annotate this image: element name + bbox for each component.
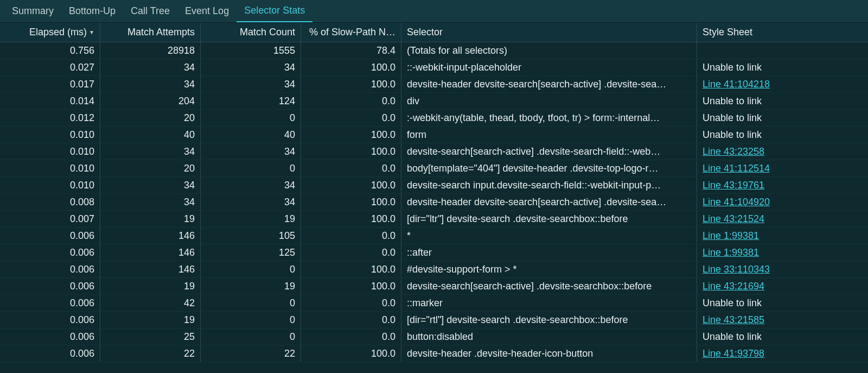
col-pct-label: % of Slow-Path N… (309, 27, 395, 38)
col-sheet[interactable]: Style Sheet (697, 23, 868, 42)
table-row[interactable]: 0.0142041240.0divUnable to link (0, 93, 868, 110)
cell-attempts: 34 (100, 143, 201, 160)
table-row[interactable]: 0.0103434100.0devsite-search[search-acti… (0, 143, 868, 160)
table-body: 0.75628918155578.4(Totals for all select… (0, 42, 868, 362)
cell-sheet (697, 42, 868, 59)
tab-selector-stats[interactable]: Selector Stats (237, 0, 312, 22)
stylesheet-link[interactable]: Line 43:21524 (703, 213, 764, 225)
cell-sheet: Line 43:23258 (697, 143, 868, 160)
tab-event-log[interactable]: Event Log (177, 0, 237, 22)
cell-elapsed: 0.006 (0, 244, 100, 261)
cell-sheet: Line 41:104218 (697, 76, 868, 92)
stylesheet-text: Unable to link (703, 298, 762, 309)
cell-selector: devsite-search input.devsite-search-fiel… (401, 177, 697, 193)
table-row[interactable]: 0.0061919100.0devsite-search[search-acti… (0, 278, 868, 295)
cell-attempts: 19 (100, 312, 201, 328)
cell-sheet: Line 43:19761 (697, 177, 868, 193)
col-count-label: Match Count (240, 27, 295, 38)
cell-selector: body[template="404"] devsite-header .dev… (401, 160, 697, 176)
tab-label: Bottom-Up (69, 5, 116, 17)
stylesheet-link[interactable]: Line 41:93798 (703, 348, 764, 359)
cell-sheet: Unable to link (697, 110, 868, 126)
cell-attempts: 34 (100, 177, 201, 193)
cell-attempts: 34 (100, 194, 201, 210)
table-row[interactable]: 0.0061900.0[dir="rtl"] devsite-search .d… (0, 312, 868, 328)
cell-attempts: 19 (100, 211, 201, 227)
cell-attempts: 22 (100, 345, 201, 362)
cell-sheet: Line 41:93798 (697, 345, 868, 362)
table-row[interactable]: 0.0122000.0:-webkit-any(table, thead, tb… (0, 110, 868, 127)
cell-attempts: 146 (100, 244, 201, 261)
table-row[interactable]: 0.0061461050.0*Line 1:99381 (0, 227, 868, 244)
cell-selector: #devsite-support-form > * (401, 261, 697, 277)
table-header-row: Elapsed (ms) ▼ Match Attempts Match Coun… (0, 23, 868, 42)
col-selector[interactable]: Selector (401, 23, 697, 42)
table-row[interactable]: 0.0104040100.0formUnable to link (0, 127, 868, 143)
col-elapsed[interactable]: Elapsed (ms) ▼ (0, 23, 100, 42)
cell-selector: devsite-header devsite-search[search-act… (401, 76, 697, 92)
cell-attempts: 204 (100, 93, 201, 109)
cell-sheet: Unable to link (697, 295, 868, 311)
cell-count: 0 (201, 312, 301, 328)
cell-elapsed: 0.017 (0, 76, 100, 92)
cell-selector: (Totals for all selectors) (401, 42, 697, 59)
stylesheet-link[interactable]: Line 33:110343 (703, 264, 770, 275)
stylesheet-link[interactable]: Line 43:19761 (703, 180, 764, 191)
cell-attempts: 34 (100, 76, 201, 92)
cell-pct: 100.0 (301, 261, 401, 277)
table-row[interactable]: 0.0064200.0::markerUnable to link (0, 295, 868, 312)
cell-count: 0 (201, 160, 301, 176)
stylesheet-link[interactable]: Line 43:21585 (703, 314, 764, 326)
cell-pct: 100.0 (301, 127, 401, 143)
cell-sheet: Line 33:110343 (697, 261, 868, 277)
cell-pct: 0.0 (301, 244, 401, 261)
tab-call-tree[interactable]: Call Tree (123, 0, 177, 22)
table-row[interactable]: 0.0102000.0body[template="404"] devsite-… (0, 160, 868, 177)
selector-stats-table: Elapsed (ms) ▼ Match Attempts Match Coun… (0, 23, 868, 362)
col-count[interactable]: Match Count (201, 23, 301, 42)
table-row[interactable]: 0.0062500.0button:disabledUnable to link (0, 328, 868, 345)
stylesheet-link[interactable]: Line 1:99381 (703, 230, 759, 242)
stylesheet-link[interactable]: Line 1:99381 (703, 247, 759, 258)
cell-count: 40 (201, 127, 301, 143)
col-pct[interactable]: % of Slow-Path N… (301, 23, 401, 42)
cell-pct: 0.0 (301, 295, 401, 311)
tab-bottom-up[interactable]: Bottom-Up (61, 0, 123, 22)
table-row[interactable]: 0.0273434100.0::-webkit-input-placeholde… (0, 59, 868, 76)
cell-pct: 0.0 (301, 227, 401, 244)
tab-label: Event Log (185, 5, 229, 17)
col-elapsed-label: Elapsed (ms) (29, 27, 87, 38)
table-row[interactable]: 0.0103434100.0devsite-search input.devsi… (0, 177, 868, 194)
table-row[interactable]: 0.0062222100.0devsite-header .devsite-he… (0, 345, 868, 362)
cell-elapsed: 0.006 (0, 227, 100, 244)
cell-elapsed: 0.006 (0, 328, 100, 345)
cell-sheet: Line 43:21694 (697, 278, 868, 294)
table-row[interactable]: 0.0061461250.0::afterLine 1:99381 (0, 244, 868, 261)
table-row[interactable]: 0.0071919100.0[dir="ltr"] devsite-search… (0, 211, 868, 227)
cell-sheet: Unable to link (697, 328, 868, 345)
cell-pct: 100.0 (301, 194, 401, 210)
tab-summary[interactable]: Summary (4, 0, 61, 22)
stylesheet-link[interactable]: Line 43:21694 (703, 281, 764, 292)
table-row[interactable]: 0.0083434100.0devsite-header devsite-sea… (0, 194, 868, 211)
stylesheet-link[interactable]: Line 43:23258 (703, 146, 764, 157)
stylesheet-link[interactable]: Line 41:112514 (703, 163, 770, 174)
col-attempts[interactable]: Match Attempts (100, 23, 201, 42)
table-row[interactable]: 0.0173434100.0devsite-header devsite-sea… (0, 76, 868, 93)
cell-count: 105 (201, 227, 301, 244)
stylesheet-link[interactable]: Line 41:104920 (703, 197, 770, 208)
col-selector-label: Selector (407, 27, 443, 38)
stylesheet-text: Unable to link (703, 129, 762, 141)
cell-attempts: 28918 (100, 42, 201, 59)
table-row[interactable]: 0.0061460100.0#devsite-support-form > *L… (0, 261, 868, 278)
cell-pct: 100.0 (301, 211, 401, 227)
cell-attempts: 20 (100, 110, 201, 126)
cell-sheet: Line 1:99381 (697, 244, 868, 261)
table-row[interactable]: 0.75628918155578.4(Totals for all select… (0, 42, 868, 59)
stylesheet-link[interactable]: Line 41:104218 (703, 79, 770, 90)
cell-attempts: 20 (100, 160, 201, 176)
cell-elapsed: 0.010 (0, 177, 100, 193)
cell-elapsed: 0.006 (0, 295, 100, 311)
cell-pct: 0.0 (301, 312, 401, 328)
cell-sheet: Line 41:104920 (697, 194, 868, 210)
